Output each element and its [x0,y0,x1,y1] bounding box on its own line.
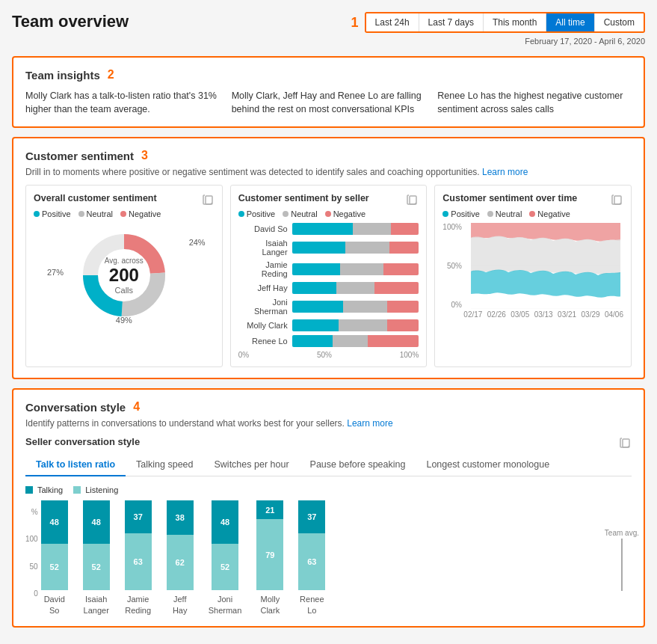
insights-grid: Molly Clark has a talk-to-listen ratio t… [25,89,632,116]
filter-custom[interactable]: Custom [595,13,644,31]
tab-pause[interactable]: Pause before speaking [300,454,416,476]
bar-negative [368,335,419,347]
conv-desc: Identify patterns in conversations to un… [25,418,632,429]
tab-monologue[interactable]: Longest customer monologue [416,454,560,476]
bar-negative [389,242,419,254]
sentiment-desc: Drill in to moments where positive or ne… [25,167,632,177]
bar-seg-listen: 52 [41,544,68,590]
sentiment-over-time-panel: Customer sentiment over time Positive Ne… [434,185,632,367]
stacked-bar: 48 52 [212,500,238,590]
bar-seg-talk: 38 [167,500,194,535]
stacked-bar: 48 52 [83,500,110,590]
donut-pct-positive: 24% [189,238,206,247]
bar-positive [292,301,343,313]
bar-neutral [340,263,383,275]
bar-label: IsaiahLanger [84,594,109,616]
stacked-bar: 21 79 [256,500,283,590]
donut-pct-neutral: 27% [47,268,64,277]
donut-number: 200 [105,265,144,286]
conv-bar-group: 21 79 MollyClark [256,500,283,616]
seller-bar-track [292,242,419,254]
bar-neutral [345,242,389,254]
conv-bar-group: 48 52 JoniSherman [209,500,242,616]
conv-bar-group: 38 62 JeffHay [167,500,194,616]
seller-bars: David So Isaiah Langer Jamie Reding Jeff… [238,223,419,347]
over-time-legend: Positive Neutral Negative [442,209,623,218]
team-avg-label: Team avg. [605,529,639,537]
seller-name: Jeff Hay [238,283,292,292]
customer-sentiment-section: Customer sentiment 3 Drill in to moments… [12,137,645,379]
date-range: February 17, 2020 - April 6, 2020 [525,37,645,46]
filter-alltime[interactable]: All time [546,13,594,31]
sentiment-by-seller-panel: Customer sentiment by seller Positive Ne… [230,185,428,367]
conversation-style-section: Conversation style 4 Identify patterns i… [12,388,645,628]
bar-label: ReneeLo [300,594,324,616]
conv-bar-group: 37 63 JamieReding [125,500,152,616]
seller-bar-track [292,335,419,347]
tabs-bar: Talk to listen ratio Talking speed Switc… [25,454,632,476]
bar-neutral [336,282,374,294]
stacked-bar: 37 63 [298,500,325,590]
bar-neutral [333,335,368,347]
bar-positive [292,263,340,275]
subsection-title: Seller conversation style [25,436,140,448]
copy-icon-seller[interactable] [407,193,419,205]
tab-talking-speed[interactable]: Talking speed [126,454,203,476]
tab-switches[interactable]: Switches per hour [204,454,300,476]
over-time-title: Customer sentiment over time [442,193,577,205]
customer-sentiment-title: Customer sentiment [25,150,134,162]
insight-item-1: Molly Clark has a talk-to-listen ratio t… [25,89,220,116]
conv-bar-group: 48 52 IsaiahLanger [83,500,110,616]
bar-seg-talk: 37 [125,500,152,533]
bar-seg-listen: 63 [125,533,152,590]
seller-bar-row: Isaiah Langer [238,239,419,257]
over-time-chart: 100%50%0% [442,223,623,319]
filter-last7days[interactable]: Last 7 days [419,13,484,31]
step-badge-2: 2 [108,68,114,82]
bar-seg-listen: 63 [298,533,325,590]
seller-name: David So [238,224,292,233]
bar-label: JoniSherman [209,594,242,616]
copy-icon-conv[interactable] [620,436,632,448]
copy-icon-overall[interactable] [203,193,215,205]
bar-positive [292,282,336,294]
bar-seg-listen: 52 [83,544,110,590]
sentiment-learn-more[interactable]: Learn more [482,167,528,177]
bar-negative [374,282,419,294]
seller-bar-row: Jeff Hay [238,282,419,294]
stacked-bar: 38 62 [167,500,194,590]
bar-seg-talk: 48 [212,500,238,544]
seller-name: Molly Clark [238,321,292,330]
bar-neutral [339,319,386,331]
filter-last24h[interactable]: Last 24h [366,13,419,31]
insight-item-2: Molly Clark, Jeff Hay and Renee Lo are f… [232,89,426,116]
filter-thismonth[interactable]: This month [484,13,546,31]
stacked-bar: 37 63 [125,500,152,590]
bar-seg-listen: 62 [167,535,194,590]
by-seller-legend: Positive Neutral Negative [238,209,419,218]
bar-seg-listen: 79 [256,519,283,590]
bar-neutral [343,301,387,313]
page-title: Team overview [12,12,129,31]
insight-item-3: Renee Lo has the highest negative custom… [437,89,632,116]
bar-neutral [353,223,391,235]
seller-bar-track [292,319,419,331]
seller-bar-row: David So [238,223,419,235]
bar-negative [387,319,419,331]
bar-positive [292,319,339,331]
seller-bar-track [292,263,419,275]
donut-chart: Avg. across 200 Calls 27% 24% 49% [34,223,215,328]
bar-negative [383,263,419,275]
tab-talk-listen[interactable]: Talk to listen ratio [25,454,126,476]
step-badge-4: 4 [133,400,140,414]
bar-negative [391,223,419,235]
bar-label: DavidSo [44,594,65,616]
bar-seg-talk: 48 [83,500,110,544]
by-seller-title: Customer sentiment by seller [238,193,369,205]
bar-positive [292,242,345,254]
bar-label: MollyClark [260,594,280,616]
conv-learn-more[interactable]: Learn more [347,418,392,429]
conv-legend: Talking Listening [25,485,632,494]
copy-icon-time[interactable] [611,193,623,205]
bar-seg-listen: 52 [212,544,238,590]
